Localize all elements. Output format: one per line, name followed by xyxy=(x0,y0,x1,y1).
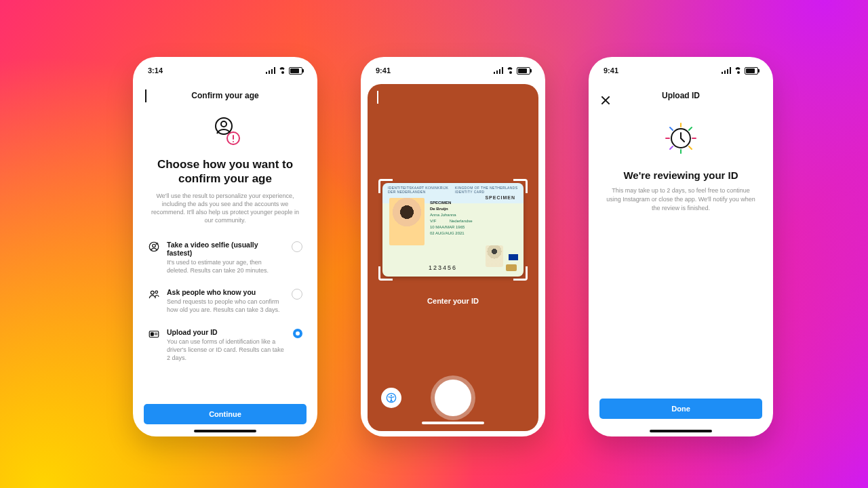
accessibility-button[interactable] xyxy=(381,388,401,408)
wifi-icon xyxy=(506,67,514,74)
id-number: 123456 xyxy=(429,264,457,271)
id-photo xyxy=(389,198,425,245)
id-fields: SPECIMEN De Bruijn Anna Johanna V/F Nede… xyxy=(430,201,491,237)
radio-unselected[interactable] xyxy=(292,289,302,300)
status-bar: 3:14 xyxy=(133,57,317,84)
nav-bar: Upload ID xyxy=(589,84,773,107)
chevron-left-icon xyxy=(377,91,378,104)
page-heading: Choose how you want to confirm your age xyxy=(153,157,297,186)
back-button[interactable] xyxy=(145,89,146,102)
clock-burst-icon xyxy=(604,118,758,159)
page-heading: We're reviewing your ID xyxy=(604,169,758,181)
id-chip-icon xyxy=(506,264,517,271)
status-bar: 9:41 xyxy=(361,57,545,84)
chevron-left-icon xyxy=(145,89,146,102)
done-button[interactable]: Done xyxy=(599,399,762,419)
phone-capture-id: 9:41 IDENTITEITSKAART KONINKRIJK DER NED… xyxy=(361,57,545,436)
id-surname: De Bruijn xyxy=(430,207,448,211)
signal-icon xyxy=(494,67,503,74)
status-icons xyxy=(266,67,302,75)
page-lead: We'll use the result to personalize your… xyxy=(149,192,301,225)
wifi-icon xyxy=(734,67,742,74)
option-video-selfie[interactable]: Take a video selfie (usually fastest) It… xyxy=(146,234,304,281)
id-watermark: SPECIMEN xyxy=(485,195,515,200)
status-bar: 9:41 xyxy=(589,57,773,84)
id-card-icon xyxy=(148,328,160,340)
camera-viewport: IDENTITEITSKAART KONINKRIJK DER NEDERLAN… xyxy=(368,84,538,431)
status-icons xyxy=(494,67,530,75)
battery-icon xyxy=(517,67,530,75)
clock-time: 9:41 xyxy=(376,66,391,75)
option-desc: Send requests to people who can confirm … xyxy=(167,298,285,314)
svg-rect-3 xyxy=(233,135,234,140)
app-showcase: 3:14 Confirm your age xyxy=(0,0,868,488)
phone-reviewing-id: 9:41 Upload ID xyxy=(589,57,773,436)
battery-icon xyxy=(745,67,758,75)
svg-rect-4 xyxy=(233,141,234,142)
signal-icon xyxy=(266,67,275,74)
wifi-icon xyxy=(278,67,286,74)
accessibility-icon xyxy=(386,392,397,403)
signal-icon xyxy=(722,67,731,74)
option-title: Ask people who know you xyxy=(167,288,285,296)
clock-time: 3:14 xyxy=(148,66,163,75)
home-indicator[interactable] xyxy=(422,422,484,424)
id-card-preview: IDENTITEITSKAART KONINKRIJK DER NEDERLAN… xyxy=(382,183,524,277)
option-desc: You can use forms of identification like… xyxy=(167,338,286,362)
confirm-age-content: Choose how you want to confirm your age … xyxy=(133,111,317,399)
id-specimen-label: SPECIMEN xyxy=(430,201,451,205)
id-given-names: Anna Johanna xyxy=(430,213,456,217)
home-indicator[interactable] xyxy=(650,430,712,432)
id-scan-frame: IDENTITEITSKAART KONINKRIJK DER NEDERLAN… xyxy=(378,179,528,281)
id-header-right: KINGDOM OF THE NETHERLANDS IDENTITY CARD xyxy=(455,186,518,194)
eu-flag-icon xyxy=(509,254,518,260)
continue-button[interactable]: Continue xyxy=(144,404,307,424)
svg-point-1 xyxy=(221,121,226,127)
radio-unselected[interactable] xyxy=(292,241,302,252)
svg-rect-11 xyxy=(151,332,154,336)
phone-confirm-age: 3:14 Confirm your age xyxy=(133,57,317,436)
camera-hint: Center your ID xyxy=(368,297,538,305)
radio-selected[interactable] xyxy=(293,329,302,338)
option-title: Take a video selfie (usually fastest) xyxy=(167,241,285,257)
svg-point-13 xyxy=(391,395,392,396)
video-selfie-icon xyxy=(148,241,160,253)
id-expiry: 02 AUG/AUG 2021 xyxy=(430,231,465,235)
clock-time: 9:41 xyxy=(604,66,618,75)
battery-icon xyxy=(289,67,302,75)
nav-bar: Confirm your age xyxy=(133,84,317,107)
svg-point-6 xyxy=(153,244,156,247)
option-title: Upload your ID xyxy=(167,328,286,336)
nav-title: Confirm your age xyxy=(191,91,258,100)
id-dob: 10 MAA/MAR 1965 xyxy=(430,225,465,229)
nav-title: Upload ID xyxy=(662,91,700,100)
svg-point-9 xyxy=(155,291,158,294)
back-button[interactable] xyxy=(377,91,378,103)
id-ghost-photo xyxy=(486,245,503,267)
option-upload-id[interactable]: Upload your ID You can use forms of iden… xyxy=(146,321,304,369)
option-desc: It's used to estimate your age, then del… xyxy=(167,258,285,274)
status-icons xyxy=(722,67,758,75)
home-indicator[interactable] xyxy=(194,430,256,432)
profile-alert-icon xyxy=(146,114,304,152)
reviewing-content: We're reviewing your ID This may take up… xyxy=(589,114,773,213)
id-sex: V/F xyxy=(430,219,436,223)
id-header-left: IDENTITEITSKAART KONINKRIJK DER NEDERLAN… xyxy=(388,186,455,194)
page-body: This may take up to 2 days, so feel free… xyxy=(605,186,757,213)
id-nationality: Nederlandse xyxy=(450,219,473,223)
people-icon xyxy=(148,288,160,300)
svg-point-8 xyxy=(151,291,154,295)
shutter-button[interactable] xyxy=(435,380,471,416)
option-ask-people[interactable]: Ask people who know you Send requests to… xyxy=(146,281,304,321)
